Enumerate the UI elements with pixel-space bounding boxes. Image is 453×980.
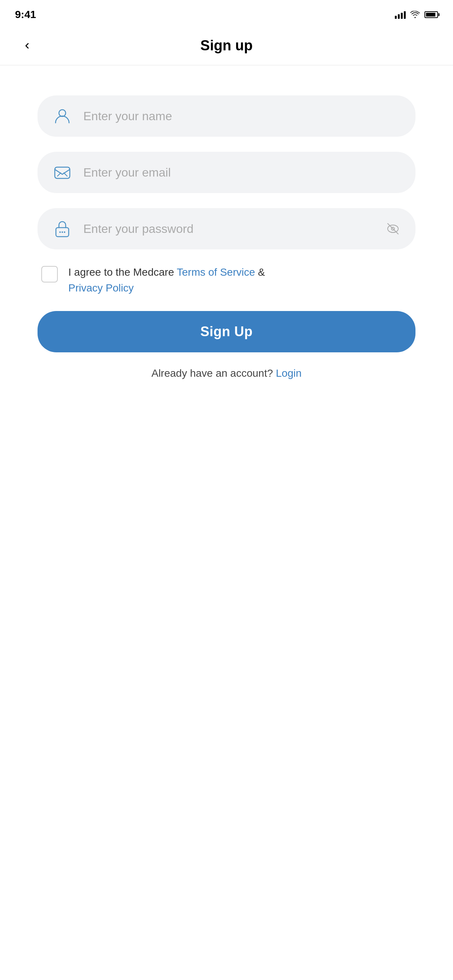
password-input-wrapper [38,208,415,250]
terms-text: I agree to the Medcare Terms of Service … [68,264,265,296]
email-input-wrapper [38,152,415,193]
email-icon [52,163,72,182]
signup-button[interactable]: Sign Up [38,311,415,352]
login-link[interactable]: Login [276,368,302,379]
signal-icon [395,11,406,19]
terms-checkbox[interactable] [41,266,58,282]
login-row: Already have an account? Login [38,368,415,379]
page-title: Sign up [200,38,253,54]
status-time: 9:41 [15,9,36,21]
svg-rect-1 [55,167,70,178]
terms-row: I agree to the Medcare Terms of Service … [38,264,415,296]
terms-of-service-link[interactable]: Terms of Service [177,266,255,278]
name-input-wrapper [38,95,415,137]
form-container: I agree to the Medcare Terms of Service … [0,65,453,409]
battery-icon [424,11,438,18]
back-button[interactable] [22,41,32,50]
name-input[interactable] [83,109,401,123]
svg-point-5 [64,231,65,233]
wifi-icon [410,11,420,18]
svg-point-4 [62,231,63,233]
privacy-policy-link[interactable]: Privacy Policy [68,282,134,294]
svg-point-0 [59,110,66,116]
password-input[interactable] [83,222,385,236]
person-icon [52,106,72,126]
header: Sign up [0,26,453,65]
status-icons [395,11,438,19]
status-bar: 9:41 [0,0,453,26]
lock-icon [52,219,72,239]
svg-point-3 [59,231,61,233]
email-input[interactable] [83,165,401,180]
password-visibility-toggle[interactable] [385,221,401,236]
